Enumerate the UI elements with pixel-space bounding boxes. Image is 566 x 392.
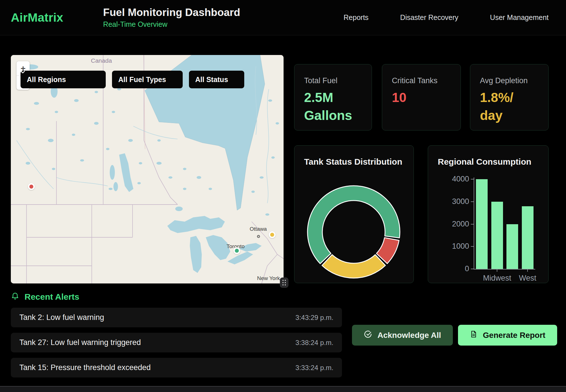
x-axis-tick-west: West <box>508 274 547 283</box>
y-axis-tick: 3000 <box>428 197 469 206</box>
consumption-bar <box>491 202 503 269</box>
stat-value-line2: day <box>480 107 548 124</box>
alert-timestamp: 3:33:24 p.m. <box>296 364 333 372</box>
stat-label: Avg Depletion <box>480 76 548 85</box>
tank-status-chart-card: Tank Status Distribution <box>294 145 414 283</box>
region-filter-dropdown[interactable]: All Regions <box>21 71 106 88</box>
tank-status-donut-chart <box>294 146 414 283</box>
donut-segment-warning <box>322 255 386 278</box>
fuel-type-filter-value: All Fuel Types <box>118 75 166 84</box>
title-block: Fuel Monitoring Dashboard Real-Time Over… <box>103 7 240 28</box>
y-axis-tick: 0 <box>428 264 469 273</box>
stat-value-line1: 2.5M <box>304 89 372 107</box>
alert-text: Tank 15: Pressure threshold exceeded <box>19 363 151 372</box>
y-axis-tick: 1000 <box>428 242 469 251</box>
map-base-layer <box>11 55 284 283</box>
alerts-header: Recent Alerts <box>11 291 79 303</box>
nav-user-management[interactable]: User Management <box>490 13 549 22</box>
nav-disaster-recovery[interactable]: Disaster Recovery <box>400 13 458 22</box>
y-axis-tick: 2000 <box>428 220 469 228</box>
alert-text: Tank 27: Low fuel warning triggered <box>19 338 141 347</box>
acknowledge-all-button[interactable]: Acknowledge All <box>352 325 453 346</box>
document-icon <box>470 330 478 340</box>
map-canvas[interactable]: Canada Ottawa Toronto New York + − All R… <box>11 55 284 283</box>
tank-marker-warning[interactable] <box>269 231 276 238</box>
map-filters: All Regions All Fuel Types All Status <box>21 71 244 88</box>
alert-row[interactable]: Tank 15: Pressure threshold exceeded 3:3… <box>11 358 342 377</box>
stat-card-total-fuel: Total Fuel 2.5M Gallons <box>294 64 372 130</box>
generate-report-label: Generate Report <box>483 331 545 340</box>
acknowledge-all-label: Acknowledge All <box>377 331 441 340</box>
consumption-bar <box>522 206 534 269</box>
bell-icon <box>11 292 19 302</box>
capital-symbol <box>257 235 260 238</box>
page-subtitle: Real-Time Overview <box>103 20 240 28</box>
consumption-bar <box>476 179 488 269</box>
region-filter-value: All Regions <box>27 75 66 84</box>
consumption-bar <box>506 224 518 269</box>
y-axis-tick: 4000 <box>428 175 469 183</box>
regional-consumption-bar-chart: 01000200030004000MidwestWest <box>428 146 548 283</box>
stat-value-line1: 1.8%/ <box>480 89 548 107</box>
fuel-map-panel: Canada Ottawa Toronto New York + − All R… <box>11 55 284 283</box>
alert-timestamp: 3:43:29 p.m. <box>296 314 333 322</box>
stat-label: Total Fuel <box>304 76 372 85</box>
nav-reports[interactable]: Reports <box>344 13 369 22</box>
check-circle-icon <box>364 330 372 340</box>
alerts-title: Recent Alerts <box>25 292 79 302</box>
map-resize-handle[interactable] <box>280 278 288 287</box>
stat-label: Critical Tanks <box>392 76 461 85</box>
fuel-type-filter-dropdown[interactable]: All Fuel Types <box>112 71 183 88</box>
status-filter-value: All Status <box>195 75 228 84</box>
brand-logo[interactable]: AirMatrix <box>11 11 63 24</box>
alert-text: Tank 2: Low fuel warning <box>19 313 104 322</box>
generate-report-button[interactable]: Generate Report <box>458 325 557 346</box>
alert-timestamp: 3:38:24 p.m. <box>296 339 333 347</box>
alert-row[interactable]: Tank 27: Low fuel warning triggered 3:38… <box>11 333 342 352</box>
app-header: AirMatrix Fuel Monitoring Dashboard Real… <box>0 0 566 35</box>
regional-consumption-chart-card: Regional Consumption 01000200030004000Mi… <box>428 145 549 283</box>
tank-marker-critical[interactable] <box>28 183 35 190</box>
main-nav: Reports Disaster Recovery User Managemen… <box>344 13 549 22</box>
tank-marker-normal[interactable] <box>233 247 240 254</box>
stat-card-avg-depletion: Avg Depletion 1.8%/ day <box>470 64 549 130</box>
stat-value-line2: Gallons <box>304 107 372 124</box>
status-filter-dropdown[interactable]: All Status <box>189 71 244 88</box>
stat-card-critical-tanks: Critical Tanks 10 <box>382 64 461 130</box>
page-title: Fuel Monitoring Dashboard <box>103 7 240 19</box>
stat-value-line1: 10 <box>392 89 461 107</box>
alert-row[interactable]: Tank 2: Low fuel warning 3:43:29 p.m. <box>11 308 342 327</box>
window-footer-strip <box>0 386 566 392</box>
